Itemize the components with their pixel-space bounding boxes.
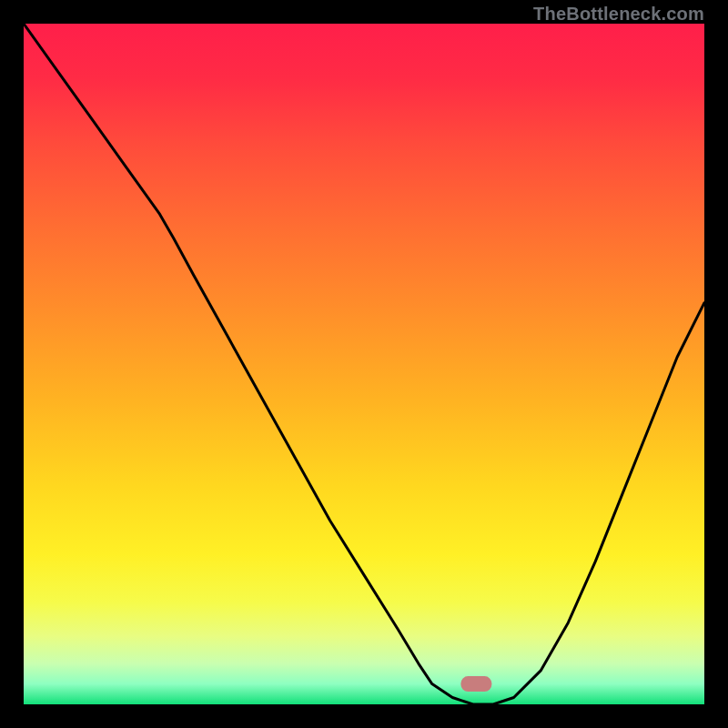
plot-area: [24, 24, 704, 704]
bottleneck-curve: [24, 24, 704, 704]
optimal-marker: [460, 676, 491, 692]
watermark-text: TheBottleneck.com: [533, 4, 704, 25]
chart-frame: { "watermark": "TheBottleneck.com", "gra…: [0, 0, 728, 728]
